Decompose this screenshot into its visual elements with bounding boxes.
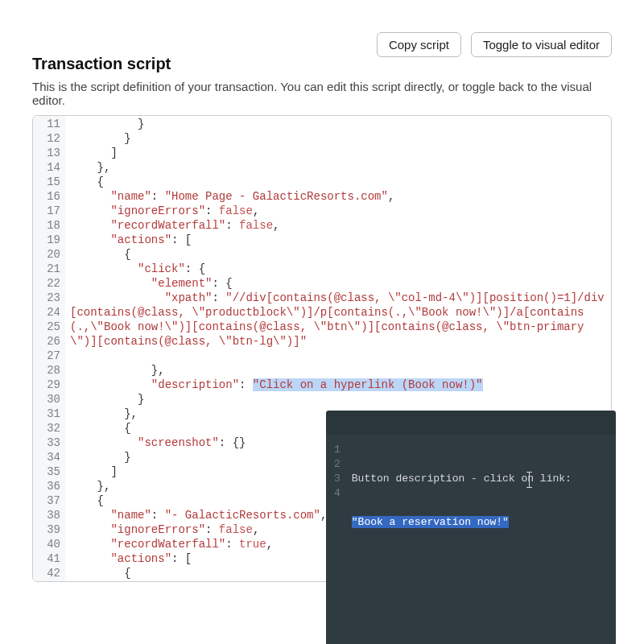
code-line[interactable]: }, (70, 363, 605, 378)
mini-editor-titlebar (326, 411, 616, 435)
code-line[interactable]: { (70, 175, 605, 189)
page-subtitle: This is the script definition of your tr… (32, 80, 612, 107)
mini-editor-code[interactable]: Button description - click on link: "Boo… (352, 443, 608, 644)
code-line[interactable]: "ignoreErrors": false, (70, 204, 605, 218)
code-line[interactable]: "xpath": "//div[contains(@class, \"col-m… (70, 291, 605, 363)
code-line[interactable]: "name": "Home Page - GalacticResorts.com… (70, 189, 605, 204)
code-line[interactable]: { (70, 247, 605, 262)
code-line[interactable]: "description": "Click on a hyperlink (Bo… (70, 378, 605, 392)
code-line[interactable]: "actions": [ (70, 233, 605, 247)
mini-line-2-selected: "Book a reservation now!" (352, 516, 509, 528)
mini-line-1: Button description - click on link: (352, 473, 572, 485)
editor-gutter: 1112131415161718192021222324252627282930… (33, 116, 65, 581)
mini-editor-gutter: 1234 (334, 443, 352, 644)
text-cursor-icon (529, 472, 530, 488)
toggle-visual-editor-button[interactable]: Toggle to visual editor (471, 32, 612, 57)
page-title: Transaction script (32, 55, 171, 73)
copy-script-button[interactable]: Copy script (377, 32, 461, 57)
code-line[interactable]: } (70, 117, 605, 131)
floating-mini-editor[interactable]: 1234 Button description - click on link:… (326, 411, 616, 644)
code-line[interactable]: "recordWaterfall": false, (70, 218, 605, 233)
code-line[interactable]: "click": { (70, 262, 605, 276)
code-line[interactable]: "element": { (70, 276, 605, 291)
code-line[interactable]: ] (70, 146, 605, 160)
code-line[interactable]: }, (70, 160, 605, 175)
code-line[interactable]: } (70, 392, 605, 407)
code-line[interactable]: } (70, 131, 605, 146)
